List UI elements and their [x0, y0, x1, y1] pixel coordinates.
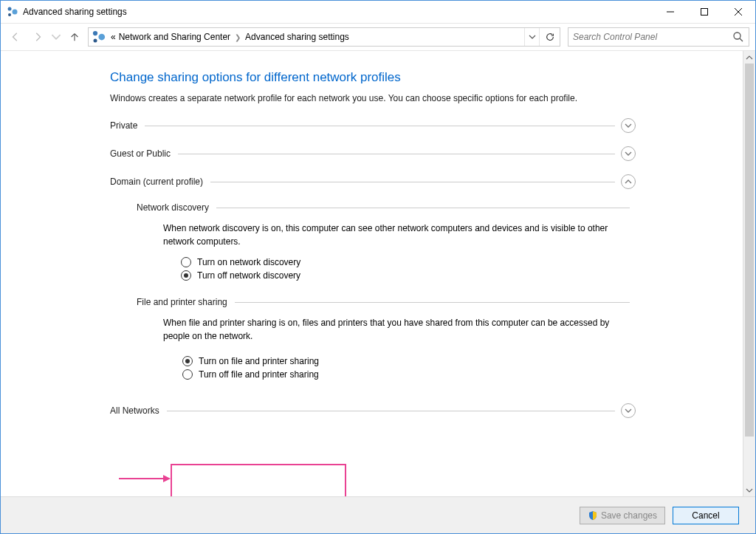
radio-label: Turn off file and printer sharing [199, 369, 319, 380]
button-label: Save changes [601, 510, 657, 521]
subsection-file-printer-sharing: File and printer sharing [137, 297, 636, 307]
address-history-button[interactable] [524, 28, 539, 46]
titlebar: Advanced sharing settings [1, 1, 755, 23]
section-all-networks[interactable]: All Networks [110, 403, 636, 418]
svg-point-7 [93, 31, 97, 35]
expand-button[interactable] [621, 403, 636, 418]
file-printer-desc: When file and printer sharing is on, fil… [163, 316, 636, 343]
breadcrumb-item[interactable]: Network and Sharing Center [119, 32, 230, 42]
search-input[interactable] [573, 32, 732, 42]
recent-locations-button[interactable] [51, 28, 61, 46]
breadcrumb-prefix: « [111, 32, 116, 42]
save-changes-button[interactable]: Save changes [580, 507, 665, 524]
network-discovery-radios: Turn on network discovery Turn off netwo… [181, 257, 636, 281]
svg-point-1 [13, 10, 18, 15]
refresh-button[interactable] [539, 28, 560, 46]
maximize-button[interactable] [687, 1, 721, 23]
address-bar[interactable]: « Network and Sharing Center ❯ Advanced … [88, 27, 560, 47]
expand-button[interactable] [621, 146, 636, 161]
subsection-network-discovery: Network discovery [137, 202, 636, 213]
breadcrumb-item[interactable]: Advanced sharing settings [245, 32, 349, 42]
expand-button[interactable] [621, 118, 636, 133]
svg-point-0 [8, 7, 12, 11]
radio-turn-off-file-printer-sharing[interactable]: Turn off file and printer sharing [182, 369, 631, 380]
scrollbar-track[interactable] [743, 64, 755, 484]
section-domain[interactable]: Domain (current profile) [110, 174, 636, 189]
annotation-highlight-box [171, 464, 346, 496]
subsection-label: Network discovery [137, 202, 209, 213]
radio-icon [182, 356, 193, 366]
forward-button[interactable] [29, 28, 47, 46]
radio-label: Turn on file and printer sharing [199, 356, 319, 366]
scrollbar-thumb[interactable] [745, 64, 754, 437]
svg-rect-4 [701, 9, 708, 16]
control-panel-icon [92, 31, 106, 43]
window-title: Advanced sharing settings [23, 7, 127, 17]
radio-icon [181, 257, 191, 267]
radio-icon [181, 270, 191, 281]
section-guest-public[interactable]: Guest or Public [110, 146, 636, 161]
scroll-down-button[interactable] [743, 484, 755, 496]
radio-turn-on-file-printer-sharing[interactable]: Turn on file and printer sharing [182, 356, 631, 366]
radio-label: Turn on network discovery [197, 257, 300, 267]
search-icon[interactable] [732, 31, 744, 43]
file-printer-radios: Turn on file and printer sharing Turn of… [178, 352, 636, 387]
svg-point-10 [734, 32, 740, 39]
button-label: Cancel [692, 510, 719, 521]
svg-point-8 [98, 34, 105, 41]
collapse-button[interactable] [621, 174, 636, 189]
svg-marker-13 [163, 475, 171, 482]
network-discovery-desc: When network discovery is on, this compu… [163, 222, 636, 248]
radio-icon [182, 369, 193, 380]
svg-line-11 [740, 38, 743, 41]
toolbar: « Network and Sharing Center ❯ Advanced … [1, 23, 755, 51]
section-label: Domain (current profile) [110, 177, 203, 187]
section-label: All Networks [110, 405, 159, 416]
subsection-label: File and printer sharing [137, 297, 227, 307]
vertical-scrollbar[interactable] [743, 51, 755, 496]
section-private[interactable]: Private [110, 118, 636, 133]
search-box[interactable] [568, 27, 749, 47]
radio-turn-off-network-discovery[interactable]: Turn off network discovery [181, 270, 636, 281]
radio-turn-on-network-discovery[interactable]: Turn on network discovery [181, 257, 636, 267]
content-area: Change sharing options for different net… [1, 51, 743, 496]
section-label: Guest or Public [110, 148, 171, 159]
page-heading: Change sharing options for different net… [110, 70, 636, 85]
chevron-right-icon: ❯ [235, 33, 241, 41]
section-label: Private [110, 120, 137, 131]
annotation-arrow [119, 473, 171, 485]
up-button[interactable] [66, 28, 83, 46]
close-button[interactable] [721, 1, 755, 23]
cancel-button[interactable]: Cancel [673, 507, 739, 524]
back-button[interactable] [7, 28, 24, 46]
radio-label: Turn off network discovery [197, 270, 300, 281]
svg-point-9 [94, 39, 97, 43]
svg-point-2 [8, 13, 11, 16]
shield-icon [588, 510, 598, 521]
minimize-button[interactable] [653, 1, 687, 23]
control-panel-icon [7, 6, 18, 18]
page-intro: Windows creates a separate network profi… [110, 92, 627, 105]
footer: Save changes Cancel [1, 496, 755, 533]
scroll-up-button[interactable] [743, 51, 755, 64]
